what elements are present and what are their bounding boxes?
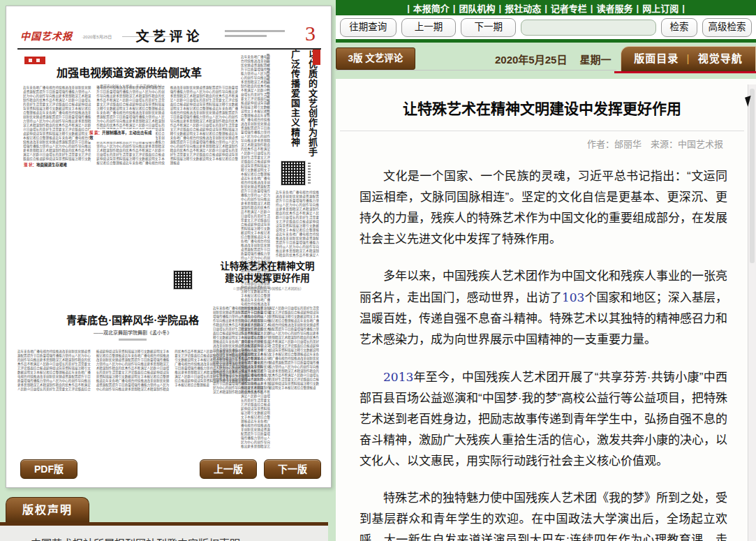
topnav-link[interactable]: 团队机构 (459, 1, 496, 15)
copyright-tab: 版权声明 (6, 497, 89, 523)
layout-catalog-button[interactable]: 版面目录 (634, 52, 679, 64)
qr-code-icon (281, 161, 305, 185)
nav-separator: | (499, 3, 502, 13)
topnav-link[interactable]: 读者服务 (596, 1, 632, 15)
dance-article-byline (119, 339, 147, 341)
qr-code-icon-2 (174, 271, 192, 289)
article-area: 让特殊艺术在精神文明建设中发挥更好作用 作者：邰丽华 来源：中国艺术报 文化是一… (336, 73, 756, 541)
article-paragraph: 多年以来，中国残疾人艺术团作为中国文化和残疾人事业的一张亮丽名片，走出国门，感动… (360, 266, 727, 350)
newspaper-viewer-card: 中国艺术报 ·2020年5月25日 文艺评论 3 加强电视频道资源供给侧改革 □… (6, 6, 332, 488)
special-article-byline: □ 邰丽华(全国政协委员，中国残疾人艺术团团长) (213, 286, 322, 290)
newspaper-section-title: 文艺评论 (135, 26, 202, 45)
viewer-button-row: PDF版 上一版 下一版 (6, 459, 331, 479)
weekday-label: 星期一 (579, 54, 611, 66)
topnav-link[interactable]: 本报简介 (413, 1, 450, 15)
past-issues-button[interactable]: 往期查询 (340, 18, 396, 37)
next-page-button[interactable]: 下一版 (264, 459, 321, 479)
nav-separator: | (591, 3, 593, 13)
prev-issue-button[interactable]: 上一期 (401, 18, 457, 37)
title-divider (340, 131, 744, 131)
article-scrollbar[interactable] (748, 84, 756, 541)
nav-separator: | (687, 52, 690, 64)
newspaper-page-number: 3 (305, 22, 316, 45)
page-header-bar: 3版 文艺评论 2020年5月25日星期一 版面目录 | 视觉导航 (336, 43, 756, 73)
qr-caption (308, 163, 311, 184)
vertical-article-byline (267, 54, 269, 117)
article1-headline: 加强电视频道资源供给侧改革 (23, 64, 235, 80)
topnav-link[interactable]: 记者专栏 (551, 1, 587, 15)
article-paragraph: 文化是一个国家、一个民族的灵魂，习近平总书记指出：“文运同国运相牵，文脉同国脉相… (360, 166, 727, 250)
special-article-headline-line1: 让特殊艺术在精神文明 (221, 261, 315, 272)
prev-page-button[interactable]: 上一版 (200, 459, 257, 479)
search-button[interactable]: 检索 (661, 18, 697, 37)
issue-toolbar: 往期查询 上一期 下一期 检索 高级检索 (336, 15, 756, 43)
article-paragraph: 特殊艺术的独特魅力使中国残疾人艺术团《我的梦》所到之处，受到基层群众和青年学生的… (360, 488, 727, 541)
article1-subhead-explore: 探 索：开展制播改革，主动出击有成效 (89, 129, 156, 142)
header-hairline (336, 70, 616, 71)
article-panel: |本报简介|团队机构|报社动态|记者专栏|读者服务|网上订阅| 往期查询 上一期… (336, 0, 756, 541)
top-nav-bar: |本报简介|团队机构|报社动态|记者专栏|读者服务|网上订阅| (336, 0, 756, 15)
vertical-article-badge-icon (313, 50, 320, 65)
copyright-text-clipped: 中国艺术报社所属报刊网站刊登内容版权声明 (31, 535, 328, 541)
scrollbar-thumb[interactable] (750, 89, 755, 263)
article-byline: 作者：邰丽华 来源：中国艺术报 (336, 137, 748, 150)
article-title: 让特殊艺术在精神文明建设中发挥更好作用 (350, 97, 734, 118)
nav-separator: | (682, 3, 685, 13)
vertical-headline-line1: 以优质的文艺创作为抓手 (306, 50, 319, 160)
article1-header: 加强电视频道资源供给侧改革 □ 曹可凡(全国人大代表，东方卫视主持人) (23, 52, 235, 88)
nav-separator: | (453, 3, 456, 13)
vertical-headline-line2: 广泛传播爱国主义精神 (288, 50, 302, 160)
visual-nav-button[interactable]: 视觉导航 (698, 52, 743, 64)
article-paragraph: 2013年至今，中国残疾人艺术团开展了“共享芬芳·共铸小康”中西部百县百场公益巡… (360, 366, 727, 472)
issue-date: 2020年5月25日星期一 (495, 52, 611, 66)
newspaper-page-image[interactable]: 中国艺术报 ·2020年5月25日 文艺评论 3 加强电视频道资源供给侧改革 □… (6, 6, 331, 455)
dance-article-headline: 青春底色·国粹风华·学院品格 (17, 312, 248, 327)
special-article-headline-line2: 建设中发挥更好作用 (225, 273, 310, 283)
dance-article-body-text: 近年来各地广播电视台持续推进改革创新优化频道资源配置提升节目质量增强传播能力坚持… (17, 350, 248, 449)
dance-article-subtitle: ——观北京舞蹈学院舞剧《孟小冬》 (17, 329, 248, 336)
nav-separator: | (636, 3, 639, 13)
vertical-article-headline: 以优质的文艺创作为抓手 广泛传播爱国主义精神 (273, 50, 319, 160)
newspaper-logo: 中国艺术报 (20, 29, 73, 43)
page-nav-button-group: 版面目录 | 视觉导航 (621, 46, 756, 72)
article-surface: 让特殊艺术在精神文明建设中发挥更好作用 作者：邰丽华 来源：中国艺术报 文化是一… (336, 79, 756, 541)
newspaper-date: ·2020年5月25日 (82, 34, 112, 40)
special-article-header: 让特殊艺术在精神文明 建设中发挥更好作用 □ 邰丽华(全国政协委员，中国残疾人艺… (213, 260, 322, 290)
vertical-article-body-text: 近年来各地广播电视台持续推进改革创新优化频道资源配置提升节目质量增强传播能力坚持… (276, 191, 319, 258)
next-issue-button[interactable]: 下一期 (461, 18, 516, 37)
topnav-link[interactable]: 网上订阅 (642, 1, 679, 15)
newspaper-contact-info (225, 30, 285, 40)
newspaper-masthead: 中国艺术报 ·2020年5月25日 文艺评论 3 (17, 24, 321, 47)
advanced-search-button[interactable]: 高级检索 (702, 18, 752, 37)
article1-body-text: 近年来各地广播电视台持续推进改革创新优化频道资源配置提升节目质量增强传播能力坚持… (23, 86, 238, 309)
search-input[interactable] (521, 20, 656, 36)
edition-badge: 3版 文艺评论 (336, 47, 415, 70)
article1-subhead-status: 现 状：地面频道生存艰难 (23, 161, 90, 169)
article-body: 文化是一个国家、一个民族的灵魂，习近平总书记指出：“文运同国运相牵，文脉同国脉相… (336, 166, 748, 541)
nav-separator: | (407, 3, 410, 13)
copyright-body: 中国艺术报社所属报刊网站刊登内容版权声明 (0, 526, 328, 541)
pdf-version-button[interactable]: PDF版 (20, 459, 77, 479)
topnav-link[interactable]: 报社动态 (505, 1, 541, 15)
nav-separator: | (544, 3, 547, 13)
dance-article-header: 青春底色·国粹风华·学院品格 ——观北京舞蹈学院舞剧《孟小冬》 (17, 312, 248, 341)
